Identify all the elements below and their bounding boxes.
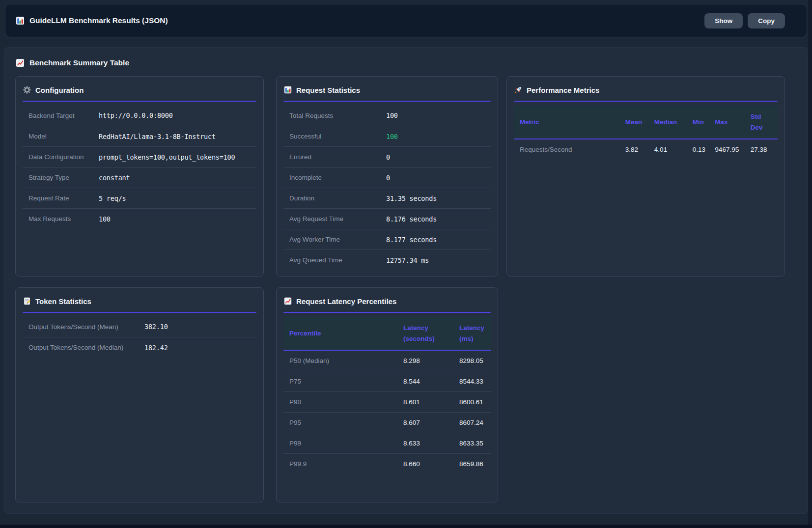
stat-label: Errored [289, 153, 386, 161]
configuration-card-title: Configuration [23, 85, 256, 94]
chart-increasing-icon [283, 297, 292, 306]
column-header: Std Dev [745, 106, 778, 139]
column-header: Latency (ms) [453, 317, 491, 350]
table-row: Requests/Second3.824.010.139467.9527.38 [514, 139, 778, 160]
stat-label: Incomplete [289, 174, 386, 181]
request-statistics-card-title: Request Statistics [283, 85, 491, 94]
stat-row: Output Tokens/Second (Mean)382.10 [23, 316, 256, 337]
table-header-row: PercentileLatency (seconds)Latency (ms) [283, 317, 491, 350]
token-statistics-card-title: Token Statistics [23, 297, 256, 306]
stat-label: Successful [289, 133, 386, 140]
cell-value: 4.01 [648, 139, 687, 160]
stat-row: Total Requests100 [283, 105, 491, 126]
stat-row: Max Requests100 [23, 208, 256, 229]
stat-value: 0 [386, 174, 390, 182]
section-title-wrap: Benchmark Summary Table [15, 58, 129, 68]
row-label: P50 (Median) [283, 350, 397, 371]
stat-row: Successful100 [283, 126, 491, 146]
performance-metrics-card: Performance Metrics MetricMeanMedianMinM… [506, 76, 785, 277]
stat-value: 100 [386, 133, 398, 140]
stat-label: Output Tokens/Second (Median) [28, 344, 144, 351]
page-title: GuideLLM Benchmark Results (JSON) [29, 16, 168, 25]
rocket-icon [514, 85, 523, 94]
stat-row: Output Tokens/Second (Median)182.42 [23, 337, 256, 358]
cell-value: 8544.33 [453, 371, 491, 391]
stat-rows: Output Tokens/Second (Mean)382.10Output … [23, 316, 256, 358]
chart-increasing-icon [15, 58, 25, 68]
row-label: P90 [283, 391, 397, 412]
column-header: Percentile [283, 317, 397, 350]
stat-value: 100 [386, 111, 398, 119]
stat-value: prompt_tokens=100,output_tokens=100 [99, 153, 235, 161]
stat-row: Backend Targethttp://0.0.0.0:8000 [23, 105, 256, 126]
table-row: P998.6338633.35 [283, 433, 491, 453]
table-row: P99.98.6608659.86 [283, 453, 491, 474]
row-label: P75 [283, 371, 397, 391]
card-title: Request Latency Percentiles [296, 297, 396, 306]
stat-row: Strategy Typeconstant [23, 167, 256, 188]
title-underline [23, 101, 256, 102]
request-latency-percentiles-card-title: Request Latency Percentiles [283, 297, 491, 306]
stat-value: 100 [99, 215, 111, 223]
stat-label: Strategy Type [28, 174, 99, 181]
stat-rows: Total Requests100Successful100Errored0In… [283, 105, 491, 270]
column-header: Mean [619, 106, 648, 139]
table-row: P958.6078607.24 [283, 412, 491, 433]
cell-value: 8.544 [397, 371, 453, 391]
stat-row: Duration31.35 seconds [283, 188, 491, 208]
stat-value: constant [99, 174, 130, 182]
stat-row: Errored0 [283, 146, 491, 167]
stat-value: 31.35 seconds [386, 195, 437, 202]
cell-value: 3.82 [619, 139, 648, 160]
show-button[interactable]: Show [704, 13, 743, 28]
column-header: Median [648, 106, 687, 139]
stat-row: Data Configurationprompt_tokens=100,outp… [23, 146, 256, 167]
gear-icon [23, 85, 31, 94]
cell-value: 27.38 [745, 139, 778, 160]
stat-label: Max Requests [28, 215, 99, 222]
stat-value: RedHatAI/Llama-3.1-8B-Instruct [99, 133, 216, 140]
stat-row: Avg Request Time8.176 seconds [283, 208, 491, 229]
table-row: P908.6018600.61 [283, 391, 491, 412]
stat-value: 0 [386, 153, 390, 161]
copy-button[interactable]: Copy [748, 13, 785, 28]
cell-value: 8.298 [397, 350, 453, 371]
stat-label: Backend Target [28, 112, 99, 119]
request-latency-percentiles-card: Request Latency Percentiles PercentileLa… [276, 287, 498, 502]
stat-value: 382.10 [144, 323, 168, 331]
page-title-wrap: GuideLLM Benchmark Results (JSON) [15, 16, 168, 26]
memo-icon [23, 297, 31, 306]
stat-row: Avg Worker Time8.177 seconds [283, 229, 491, 250]
stat-value: 12757.34 ms [386, 256, 429, 264]
column-header: Metric [514, 106, 619, 139]
cell-value: 8.607 [397, 412, 453, 433]
cell-value: 8633.35 [453, 433, 491, 453]
stat-label: Avg Request Time [289, 215, 386, 222]
cell-value: 8600.61 [453, 391, 491, 412]
stat-label: Model [28, 133, 99, 140]
configuration-card: Configuration Backend Targethttp://0.0.0… [15, 76, 264, 277]
stat-label: Output Tokens/Second (Mean) [28, 323, 144, 331]
stat-row: Avg Queued Time12757.34 ms [283, 250, 491, 270]
performance-metrics-card-title: Performance Metrics [514, 85, 778, 94]
row-label: Requests/Second [514, 139, 619, 160]
bar-chart-icon [283, 85, 292, 94]
stat-value: 182.42 [144, 344, 168, 352]
cell-value: 8298.05 [453, 350, 491, 371]
header-actions: Show Copy [704, 13, 785, 28]
row-label: P99.9 [283, 453, 397, 474]
stat-value: 5 req/s [99, 195, 126, 202]
stat-rows: Backend Targethttp://0.0.0.0:8000ModelRe… [23, 105, 256, 229]
stat-row: Incomplete0 [283, 167, 491, 188]
stat-value: 8.177 seconds [386, 236, 437, 244]
stat-label: Request Rate [28, 195, 99, 202]
stat-label: Avg Queued Time [289, 256, 386, 264]
cell-value: 8659.86 [453, 453, 491, 474]
card-title: Performance Metrics [527, 86, 599, 94]
cell-value: 9467.95 [709, 139, 744, 160]
stat-label: Total Requests [289, 112, 386, 119]
latency-percentiles-table: PercentileLatency (seconds)Latency (ms)P… [283, 317, 491, 474]
request-statistics-card: Request Statistics Total Requests100Succ… [276, 76, 498, 277]
table-row: P758.5448544.33 [283, 371, 491, 391]
scrollbar-track[interactable] [808, 0, 812, 528]
